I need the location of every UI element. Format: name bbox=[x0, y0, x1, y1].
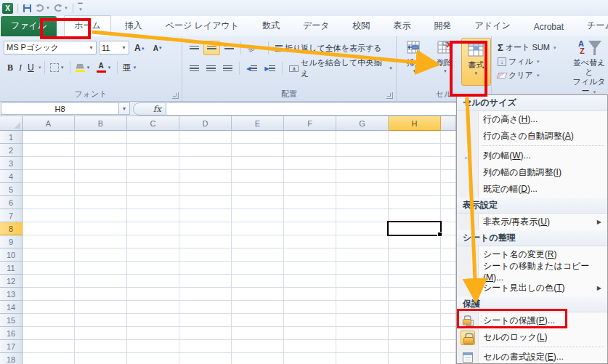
cell[interactable] bbox=[336, 196, 389, 209]
align-top-button[interactable] bbox=[187, 41, 202, 55]
cell[interactable] bbox=[232, 196, 284, 209]
font-size-combobox[interactable]: 11▼ bbox=[99, 41, 129, 54]
cell[interactable] bbox=[75, 157, 127, 170]
cell[interactable] bbox=[336, 340, 389, 353]
merge-center-button[interactable]: a セルを結合して中央揃え▼ bbox=[286, 61, 396, 76]
cell[interactable] bbox=[284, 157, 336, 170]
row-header-6[interactable]: 6 bbox=[0, 196, 23, 209]
cell[interactable] bbox=[232, 301, 284, 314]
align-bottom-button[interactable] bbox=[222, 41, 237, 55]
cell[interactable] bbox=[284, 209, 336, 222]
column-header-C[interactable]: C bbox=[127, 116, 179, 131]
tab-page-layout[interactable]: ページ レイアウト bbox=[156, 16, 248, 36]
cell[interactable] bbox=[284, 170, 336, 183]
cell[interactable] bbox=[232, 353, 284, 364]
cell[interactable] bbox=[441, 262, 456, 275]
cell[interactable] bbox=[441, 131, 456, 144]
row-header-15[interactable]: 15 bbox=[0, 314, 23, 327]
cell[interactable] bbox=[75, 340, 127, 353]
cell[interactable] bbox=[127, 196, 179, 209]
cell[interactable] bbox=[284, 301, 336, 314]
cell[interactable] bbox=[284, 275, 336, 288]
column-header-B[interactable]: B bbox=[75, 116, 127, 131]
tab-team[interactable]: チーム bbox=[577, 16, 608, 36]
column-header-G[interactable]: G bbox=[336, 116, 389, 131]
cell[interactable] bbox=[127, 131, 179, 144]
menu-item-lock-cell[interactable]: セルのロック(L) bbox=[457, 329, 607, 346]
column-header-D[interactable]: D bbox=[179, 116, 232, 131]
cell[interactable] bbox=[284, 235, 336, 248]
cell[interactable] bbox=[23, 131, 75, 144]
cell[interactable] bbox=[284, 288, 336, 301]
cell[interactable] bbox=[441, 275, 456, 288]
cell[interactable] bbox=[336, 262, 389, 275]
cell[interactable] bbox=[232, 222, 284, 235]
align-middle-button[interactable] bbox=[203, 41, 220, 55]
cell[interactable] bbox=[232, 314, 284, 327]
cell[interactable] bbox=[284, 248, 336, 262]
cell[interactable] bbox=[389, 248, 441, 262]
insert-cells-button[interactable]: 挿入▼ bbox=[400, 38, 429, 86]
cell[interactable] bbox=[23, 314, 75, 327]
row-header-12[interactable]: 12 bbox=[0, 275, 23, 288]
grow-font-button[interactable]: A▲ bbox=[131, 41, 148, 55]
cell[interactable] bbox=[127, 327, 179, 340]
cell[interactable] bbox=[284, 314, 336, 327]
cell[interactable] bbox=[23, 235, 75, 248]
underline-dropdown-arrow[interactable]: ▼ bbox=[38, 65, 42, 70]
cell[interactable] bbox=[389, 157, 441, 170]
align-left-button[interactable] bbox=[187, 61, 202, 76]
cell[interactable] bbox=[441, 301, 456, 314]
cell[interactable] bbox=[127, 301, 179, 314]
cell[interactable] bbox=[441, 196, 456, 209]
fill-button[interactable]: ↓ フィル▼ bbox=[498, 54, 557, 68]
cell[interactable] bbox=[441, 314, 456, 327]
italic-button[interactable]: I bbox=[16, 60, 25, 75]
cell[interactable] bbox=[284, 183, 336, 196]
cell[interactable] bbox=[179, 222, 232, 235]
cell[interactable] bbox=[179, 209, 232, 222]
cell[interactable] bbox=[336, 327, 389, 340]
sort-filter-button[interactable]: 並べ替えと フィルター ▼ bbox=[570, 58, 608, 97]
cell[interactable] bbox=[179, 340, 232, 353]
cell[interactable] bbox=[127, 314, 179, 327]
row-header-11[interactable]: 11 bbox=[0, 262, 23, 275]
cell[interactable] bbox=[75, 196, 127, 209]
cell[interactable] bbox=[23, 340, 75, 353]
cell[interactable] bbox=[127, 209, 179, 222]
row-header-9[interactable]: 9 bbox=[0, 235, 23, 248]
row-header-14[interactable]: 14 bbox=[0, 301, 23, 314]
cell[interactable] bbox=[232, 327, 284, 340]
cell[interactable] bbox=[232, 157, 284, 170]
redo-button[interactable]: ▼ bbox=[53, 4, 68, 12]
row-header-3[interactable]: 3 bbox=[0, 157, 23, 170]
cell[interactable] bbox=[336, 170, 389, 183]
cell[interactable] bbox=[336, 144, 389, 157]
row-header-17[interactable]: 17 bbox=[0, 340, 23, 353]
cell[interactable] bbox=[179, 327, 232, 340]
cell[interactable] bbox=[179, 353, 232, 364]
menu-item-hide-unhide[interactable]: 非表示/再表示(U)▶ bbox=[457, 214, 607, 230]
cell[interactable] bbox=[389, 275, 441, 288]
row-header-7[interactable]: 7 bbox=[0, 209, 23, 222]
cell[interactable] bbox=[441, 248, 456, 262]
cell[interactable] bbox=[441, 170, 456, 183]
cell[interactable] bbox=[389, 131, 441, 144]
cell[interactable] bbox=[232, 275, 284, 288]
cell[interactable] bbox=[23, 222, 75, 235]
cell[interactable] bbox=[232, 144, 284, 157]
cell[interactable] bbox=[23, 196, 75, 209]
cell[interactable] bbox=[284, 222, 336, 235]
bold-button[interactable]: B bbox=[4, 60, 16, 75]
cell[interactable] bbox=[336, 288, 389, 301]
menu-item-sheet-tab-color[interactable]: シート見出しの色(T)▶ bbox=[457, 280, 607, 296]
cell[interactable] bbox=[389, 288, 441, 301]
cell[interactable] bbox=[336, 301, 389, 314]
cell[interactable] bbox=[179, 301, 232, 314]
cell[interactable] bbox=[127, 340, 179, 353]
cell[interactable] bbox=[75, 144, 127, 157]
cell[interactable] bbox=[75, 314, 127, 327]
cell[interactable] bbox=[127, 157, 179, 170]
menu-item-format-cells-dialog[interactable]: セルの書式設定(E)... bbox=[457, 349, 607, 364]
cell[interactable] bbox=[127, 275, 179, 288]
